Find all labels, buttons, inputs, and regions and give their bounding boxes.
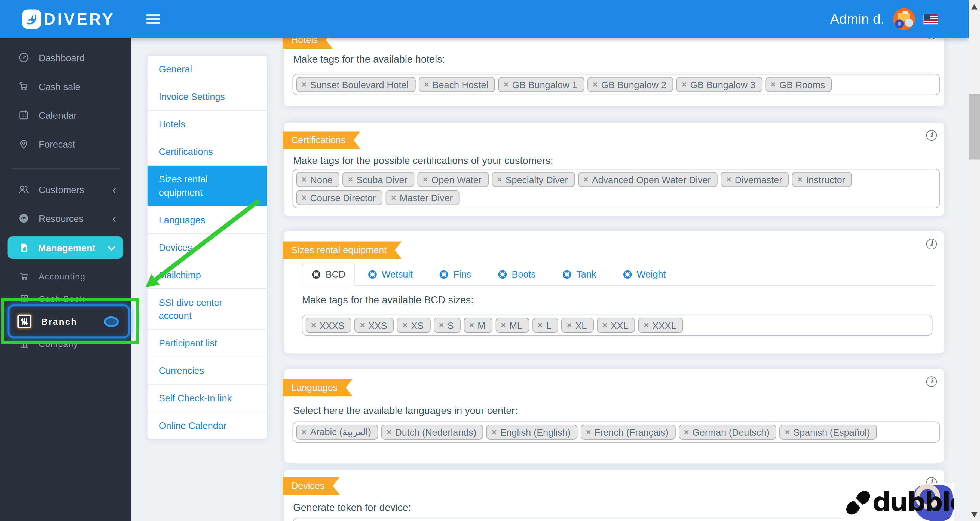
settings-menu-item-sizes-rental-equipment[interactable]: Sizes rental equipment — [148, 165, 267, 206]
info-icon[interactable] — [926, 130, 937, 141]
calendar-icon — [18, 109, 30, 121]
devices-ribbon: Devices — [283, 477, 340, 495]
tag-chip[interactable]: Dutch (Nederlands) — [381, 425, 483, 440]
tag-chip[interactable]: GB Rooms — [765, 77, 832, 92]
tag-chip[interactable]: XXXS — [306, 317, 352, 333]
info-icon[interactable] — [926, 376, 937, 387]
tag-chip[interactable]: S — [434, 317, 461, 333]
tag-chip[interactable]: XXS — [355, 317, 394, 333]
tag-chip[interactable]: German (Deutsch) — [678, 425, 776, 440]
tag-chip[interactable]: ML — [495, 317, 529, 333]
sidebar-item-dashboard[interactable]: Dashboard — [0, 46, 131, 69]
tag-chip[interactable]: Arabic (العربية) — [296, 425, 378, 440]
tag-chip[interactable]: Course Director — [296, 190, 382, 205]
sizes-ribbon: Sizes rental equipment — [283, 241, 402, 259]
settings-menu-item-languages[interactable]: Languages — [148, 206, 267, 233]
tag-chip[interactable]: Divemaster — [721, 172, 789, 187]
settings-menu-item-invoice-settings[interactable]: Invoice Settings — [148, 83, 267, 110]
tag-chip[interactable]: M — [464, 317, 492, 333]
languages-tag-input[interactable]: Arabic (العربية) Dutch (Nederlands) Engl… — [293, 421, 940, 443]
settings-menu-item-participant-list[interactable]: Participant list — [148, 329, 267, 357]
branch-indicator[interactable] — [104, 316, 119, 327]
tag-chip[interactable]: English (English) — [487, 425, 578, 440]
tag-chip[interactable]: GB Bungalow 3 — [676, 77, 762, 92]
tag-chip[interactable]: GB Bungalow 1 — [498, 77, 584, 92]
lifebuoy-icon — [622, 269, 632, 279]
user-name[interactable]: Admin d. — [830, 11, 884, 27]
settings-menu-item-certifications[interactable]: Certifications — [148, 137, 267, 165]
sidebar-item-branch[interactable]: Branch — [0, 311, 131, 331]
tag-chip[interactable]: None — [296, 172, 339, 187]
scroll-down-icon[interactable] — [971, 512, 978, 517]
sidebar-item-accounting[interactable]: Accounting — [0, 267, 131, 286]
sidebar-item-cash-sale[interactable]: Cash sale — [0, 75, 131, 98]
main-content: General Invoice Settings Hotels Certific… — [131, 38, 969, 521]
settings-menu-item-devices[interactable]: Devices — [148, 233, 267, 261]
sizes-rental-equipment-card: Sizes rental equipment BCD Wetsuit Fins — [285, 231, 944, 353]
settings-menu-item-ssi-dive-center-account[interactable]: SSI dive center account — [148, 288, 267, 329]
tag-chip[interactable]: Scuba Diver — [342, 172, 414, 187]
watermark-text: dubble — [872, 487, 955, 517]
dubble-logo-icon — [844, 486, 872, 519]
settings-menu-item-self-check-in-link[interactable]: Self Check-In link — [148, 384, 267, 411]
tag-chip[interactable]: L — [532, 317, 558, 333]
hotels-ribbon: Hotels — [283, 38, 333, 49]
tag-chip[interactable]: French (Français) — [581, 425, 675, 440]
tab-bcd[interactable]: BCD — [302, 263, 355, 286]
lifebuoy-icon — [311, 269, 321, 279]
sidebar-item-management[interactable]: Management — [8, 236, 123, 259]
scroll-up-icon[interactable] — [971, 4, 978, 9]
info-icon[interactable] — [926, 239, 937, 250]
sidebar-item-customers[interactable]: Customers ‹ — [0, 178, 131, 201]
cart-icon — [19, 271, 30, 282]
scrollbar-thumb[interactable] — [969, 94, 980, 159]
settings-menu-item-online-calendar[interactable]: Online Calendar — [148, 411, 267, 439]
menu-icon[interactable] — [146, 12, 160, 26]
chevron-left-icon: ‹ — [113, 183, 116, 196]
avatar[interactable] — [893, 8, 915, 30]
settings-menu-item-general[interactable]: General — [148, 56, 267, 83]
tag-chip[interactable]: XL — [561, 317, 593, 333]
tag-chip[interactable]: Open Water — [418, 172, 488, 187]
tab-boots[interactable]: Boots — [488, 263, 544, 286]
tag-chip[interactable]: Beach Hostel — [419, 77, 495, 92]
scrollbar[interactable] — [969, 0, 980, 521]
tab-weight[interactable]: Weight — [614, 263, 675, 286]
tag-chip[interactable]: Sunset Boulevard Hotel — [296, 77, 415, 92]
tag-chip[interactable]: Spanish (Español) — [780, 425, 877, 440]
app-window: General Invoice Settings Hotels Certific… — [0, 0, 980, 521]
hotels-tag-input[interactable]: Sunset Boulevard Hotel Beach Hostel GB B… — [293, 74, 940, 95]
app-logo[interactable]: DIVERY — [22, 9, 115, 29]
settings-menu-item-hotels[interactable]: Hotels — [148, 110, 267, 137]
sidebar-item-forecast[interactable]: Forecast — [0, 133, 131, 155]
tag-chip[interactable]: XXXL — [638, 317, 683, 333]
lifebuoy-icon — [562, 269, 572, 279]
tab-fins[interactable]: Fins — [430, 263, 480, 286]
settings-menu-item-mailchimp[interactable]: Mailchimp — [148, 261, 267, 288]
settings-menu-item-currencies[interactable]: Currencies — [148, 357, 267, 384]
certifications-tag-input[interactable]: None Scuba Diver Open Water Specialty Di… — [293, 169, 940, 208]
tag-chip[interactable]: Instructor — [792, 172, 852, 187]
tag-chip[interactable]: GB Bungalow 2 — [587, 77, 673, 92]
sidebar-item-label: Branch — [41, 317, 78, 327]
tab-wetsuit[interactable]: Wetsuit — [358, 263, 422, 286]
languages-card: Languages Select here the available lang… — [285, 369, 944, 463]
sidebar-divider — [11, 168, 120, 169]
brand-name: DIVERY — [44, 9, 115, 29]
sidebar-item-label: Cash sale — [39, 81, 80, 91]
sliders-icon — [18, 315, 31, 328]
bcd-tag-input[interactable]: XXXS XXS XS S M ML L XL XXL XXXL — [302, 315, 932, 336]
tag-chip[interactable]: Master Diver — [386, 190, 460, 205]
tag-chip[interactable]: XXL — [597, 317, 635, 333]
us-flag-icon[interactable] — [924, 14, 937, 24]
tag-chip[interactable]: Advanced Open Water Diver — [578, 172, 718, 187]
tag-chip[interactable]: Specialty Diver — [492, 172, 575, 187]
sidebar-item-resources[interactable]: Resources ‹ — [0, 207, 131, 229]
sidebar-item-calendar[interactable]: Calendar — [0, 104, 131, 126]
tab-label: Boots — [512, 269, 536, 279]
tag-chip[interactable]: XS — [397, 317, 430, 333]
tab-tank[interactable]: Tank — [553, 263, 605, 286]
info-icon[interactable] — [926, 38, 937, 40]
chevron-down-icon — [108, 242, 115, 250]
certifications-ribbon: Certifications — [283, 131, 360, 149]
